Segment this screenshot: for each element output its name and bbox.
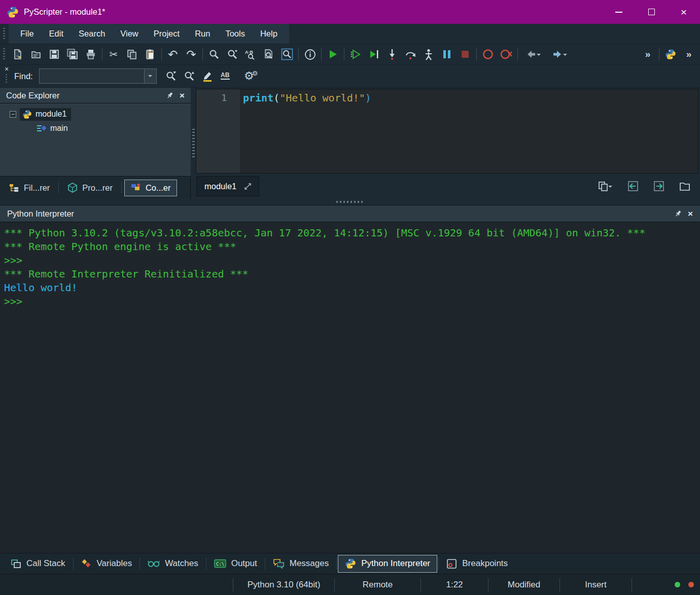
tab-output[interactable]: C:\ Output bbox=[207, 555, 264, 573]
float-editor-icon[interactable] bbox=[244, 183, 251, 190]
toolbar-overflow-button[interactable]: » bbox=[639, 46, 657, 62]
open-file-button[interactable] bbox=[27, 46, 45, 62]
navigate-back-button[interactable] bbox=[520, 46, 546, 62]
tab-project-explorer[interactable]: Pro...rer bbox=[61, 180, 119, 196]
pause-icon bbox=[442, 49, 452, 60]
editor[interactable]: 1 print("Hello world!") bbox=[196, 89, 698, 173]
tab-separator bbox=[58, 182, 59, 193]
find-input[interactable] bbox=[39, 68, 157, 84]
python-console[interactable]: *** Python 3.10.2 (tags/v3.10.2:a58ebcc,… bbox=[0, 222, 700, 553]
find-next-button[interactable] bbox=[162, 68, 180, 84]
debug-button[interactable] bbox=[346, 46, 365, 62]
step-out-button[interactable] bbox=[419, 46, 438, 62]
code-explorer-title: Code Explorer bbox=[6, 91, 59, 100]
engine-overflow-button[interactable]: » bbox=[680, 46, 698, 62]
python-engine-button[interactable] bbox=[661, 46, 680, 62]
run-button[interactable] bbox=[324, 46, 342, 62]
tab-breakpoints[interactable]: Breakpoints bbox=[440, 555, 514, 573]
editor-tab-module1[interactable]: module1 bbox=[196, 176, 259, 196]
tab-code-explorer[interactable]: Co...er bbox=[124, 180, 178, 196]
tab-messages[interactable]: Messages bbox=[266, 555, 335, 573]
menu-view[interactable]: View bbox=[113, 24, 146, 44]
code-explorer-tree[interactable]: − module1 main bbox=[0, 103, 191, 177]
panel-close-icon[interactable]: × bbox=[688, 209, 693, 218]
collapse-icon[interactable]: − bbox=[10, 111, 16, 118]
vertical-splitter[interactable] bbox=[191, 88, 196, 199]
search-whole-words-button[interactable]: AB bbox=[217, 68, 235, 84]
menu-items: File Edit Search View Project Run Tools … bbox=[9, 24, 289, 44]
find-previous-button[interactable] bbox=[180, 68, 198, 84]
search-options-button[interactable]: ⚙⚙ bbox=[242, 68, 260, 84]
tab-variables[interactable]: Variables bbox=[75, 555, 139, 573]
findbar-close-button[interactable]: × bbox=[5, 65, 9, 73]
previous-frame-button[interactable] bbox=[624, 178, 642, 194]
menu-edit[interactable]: Edit bbox=[42, 24, 71, 44]
menu-project[interactable]: Project bbox=[146, 24, 187, 44]
forward-dropdown-icon bbox=[563, 54, 567, 58]
abort-button[interactable] bbox=[456, 46, 474, 62]
toggle-breakpoint-button[interactable] bbox=[479, 46, 497, 62]
redo-button[interactable]: ↷ bbox=[182, 46, 200, 62]
pin-icon[interactable] bbox=[166, 92, 173, 99]
tree-node-main[interactable]: main bbox=[36, 124, 68, 133]
tab-watches[interactable]: Watches bbox=[141, 555, 205, 573]
print-button[interactable] bbox=[82, 46, 100, 62]
find-in-files-button[interactable] bbox=[260, 46, 278, 62]
new-file-button[interactable] bbox=[9, 46, 27, 62]
toolbar-separator bbox=[298, 48, 299, 60]
menu-tools[interactable]: Tools bbox=[218, 24, 253, 44]
next-frame-button[interactable] bbox=[650, 178, 668, 194]
tab-python-interpreter[interactable]: Python Interpreter bbox=[338, 555, 437, 573]
panel-close-icon[interactable]: × bbox=[180, 91, 185, 100]
findbar-grip[interactable] bbox=[6, 74, 7, 83]
menu-file[interactable]: File bbox=[13, 24, 42, 44]
toolbar-grip[interactable] bbox=[3, 48, 5, 60]
find-next-button[interactable] bbox=[223, 46, 241, 62]
tab-call-stack[interactable]: Call Stack bbox=[4, 555, 72, 573]
save-button[interactable] bbox=[45, 46, 63, 62]
info-button[interactable] bbox=[301, 46, 319, 62]
save-all-button[interactable] bbox=[63, 46, 82, 62]
step-over-button[interactable] bbox=[401, 46, 419, 62]
minimize-button[interactable] bbox=[603, 0, 635, 24]
highlight-search-button[interactable] bbox=[198, 68, 217, 84]
tree-row-main[interactable]: main bbox=[0, 121, 191, 135]
menu-run[interactable]: Run bbox=[187, 24, 218, 44]
maximize-button[interactable] bbox=[635, 0, 668, 24]
titlebar[interactable]: PyScripter - module1* × bbox=[0, 0, 700, 24]
menu-help[interactable]: Help bbox=[253, 24, 285, 44]
toolbar-separator bbox=[161, 48, 162, 60]
find-in-files-icon bbox=[263, 49, 274, 60]
paste-button[interactable] bbox=[141, 46, 159, 62]
navigate-forward-button[interactable] bbox=[546, 46, 573, 62]
status-insert-mode: Insert bbox=[560, 574, 632, 595]
main-toolbar: ✂ ↶ ↷ A·B bbox=[0, 44, 700, 65]
menubar-grip[interactable] bbox=[3, 28, 5, 40]
forward-arrow-icon bbox=[552, 49, 563, 60]
tree-node-module1[interactable]: module1 bbox=[20, 108, 71, 121]
copy-button[interactable] bbox=[123, 46, 141, 62]
step-over-icon bbox=[404, 48, 416, 60]
console-line: *** Remote Interpreter Reinitialized *** bbox=[4, 267, 700, 281]
tree-row-module1[interactable]: − module1 bbox=[0, 107, 191, 121]
replace-button[interactable]: A·B bbox=[241, 46, 260, 62]
editor-list-button[interactable] bbox=[594, 178, 616, 194]
clear-breakpoints-button[interactable] bbox=[497, 46, 515, 62]
find-button[interactable] bbox=[205, 46, 223, 62]
run-to-cursor-button[interactable] bbox=[365, 46, 383, 62]
tab-file-browser[interactable]: Fil...rer bbox=[3, 180, 56, 196]
find-dropdown-button[interactable] bbox=[144, 69, 156, 83]
close-button[interactable]: × bbox=[668, 0, 700, 24]
code-line[interactable]: print("Hello world!") bbox=[240, 89, 698, 173]
arrow-into-left-icon bbox=[627, 181, 639, 192]
menu-search[interactable]: Search bbox=[71, 24, 113, 44]
editor-tab-label: module1 bbox=[204, 182, 236, 191]
undo-button[interactable]: ↶ bbox=[164, 46, 182, 62]
pause-button[interactable] bbox=[438, 46, 456, 62]
new-editor-window-button[interactable] bbox=[676, 178, 694, 194]
search-scope-button[interactable] bbox=[278, 46, 296, 62]
step-into-button[interactable] bbox=[383, 46, 401, 62]
pin-icon[interactable] bbox=[675, 210, 682, 217]
cut-button[interactable]: ✂ bbox=[104, 46, 123, 62]
horizontal-splitter[interactable] bbox=[0, 199, 700, 205]
